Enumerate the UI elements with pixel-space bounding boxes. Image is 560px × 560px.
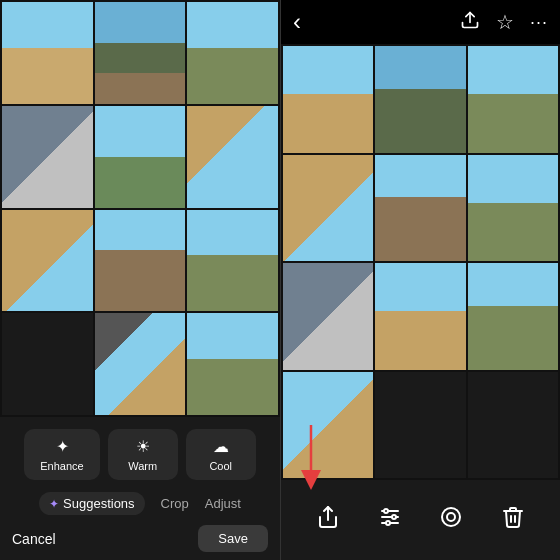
grid-cell: [283, 46, 373, 153]
grid-cell: [468, 155, 558, 262]
top-bar-right: ‹ ☆ ···: [281, 0, 560, 44]
grid-cell: [375, 263, 465, 370]
grid-cell: [375, 155, 465, 262]
grid-cell: [95, 313, 186, 415]
warm-icon: ☀: [136, 437, 150, 456]
grid-cell: [95, 210, 186, 312]
filter-row: ✦ Enhance ☀ Warm ☁ Cool: [8, 429, 272, 480]
star-icon[interactable]: ☆: [496, 10, 514, 34]
enhance-filter-button[interactable]: ✦ Enhance: [24, 429, 99, 480]
bottom-toolbar-left: ✦ Enhance ☀ Warm ☁ Cool ✦ Suggestions Cr…: [0, 417, 280, 560]
grid-cell: [468, 46, 558, 153]
enhance-label: Enhance: [40, 460, 83, 472]
grid-cell: [187, 313, 278, 415]
photo-grid-right: [281, 44, 560, 480]
tab-crop[interactable]: Crop: [161, 496, 189, 511]
sliders-button[interactable]: [378, 505, 402, 535]
photo-grid-left: [0, 0, 280, 417]
svg-point-10: [447, 513, 455, 521]
suggestions-tab-label: Suggestions: [63, 496, 135, 511]
cancel-button[interactable]: Cancel: [12, 531, 56, 547]
grid-cell: [2, 313, 93, 415]
grid-cell: [187, 106, 278, 208]
share-button[interactable]: [316, 505, 340, 535]
adjust-tab-label: Adjust: [205, 496, 241, 511]
red-arrow: [301, 425, 351, 490]
grid-cell: [95, 2, 186, 104]
svg-point-9: [442, 508, 460, 526]
grid-cell: [95, 106, 186, 208]
upload-icon[interactable]: [460, 10, 480, 35]
grid-cell: [283, 263, 373, 370]
cool-filter-button[interactable]: ☁ Cool: [186, 429, 256, 480]
more-icon[interactable]: ···: [530, 12, 548, 33]
bottom-toolbar-right: [281, 480, 560, 560]
trash-button[interactable]: [501, 505, 525, 535]
crop-circle-button[interactable]: [439, 505, 463, 535]
grid-cell: [283, 155, 373, 262]
grid-cell: [2, 210, 93, 312]
svg-point-6: [384, 509, 388, 513]
save-button[interactable]: Save: [198, 525, 268, 552]
left-panel: ✦ Enhance ☀ Warm ☁ Cool ✦ Suggestions Cr…: [0, 0, 280, 560]
grid-cell: [187, 2, 278, 104]
tabs-row: ✦ Suggestions Crop Adjust: [8, 492, 272, 515]
back-button[interactable]: ‹: [293, 8, 301, 36]
warm-filter-button[interactable]: ☀ Warm: [108, 429, 178, 480]
right-panel: ‹ ☆ ···: [281, 0, 560, 560]
cool-label: Cool: [209, 460, 232, 472]
warm-label: Warm: [128, 460, 157, 472]
cool-icon: ☁: [213, 437, 229, 456]
svg-point-8: [386, 521, 390, 525]
enhance-icon: ✦: [56, 437, 69, 456]
grid-cell: [2, 2, 93, 104]
grid-cell: [187, 210, 278, 312]
grid-cell: [468, 263, 558, 370]
suggestions-star-icon: ✦: [49, 497, 59, 511]
grid-cell: [2, 106, 93, 208]
crop-tab-label: Crop: [161, 496, 189, 511]
top-right-icons: ☆ ···: [460, 10, 548, 35]
bottom-actions-left: Cancel Save: [8, 525, 272, 552]
tab-suggestions[interactable]: ✦ Suggestions: [39, 492, 145, 515]
grid-cell: [468, 372, 558, 479]
svg-point-7: [392, 515, 396, 519]
grid-cell: [375, 372, 465, 479]
grid-cell: [375, 46, 465, 153]
tab-adjust[interactable]: Adjust: [205, 496, 241, 511]
